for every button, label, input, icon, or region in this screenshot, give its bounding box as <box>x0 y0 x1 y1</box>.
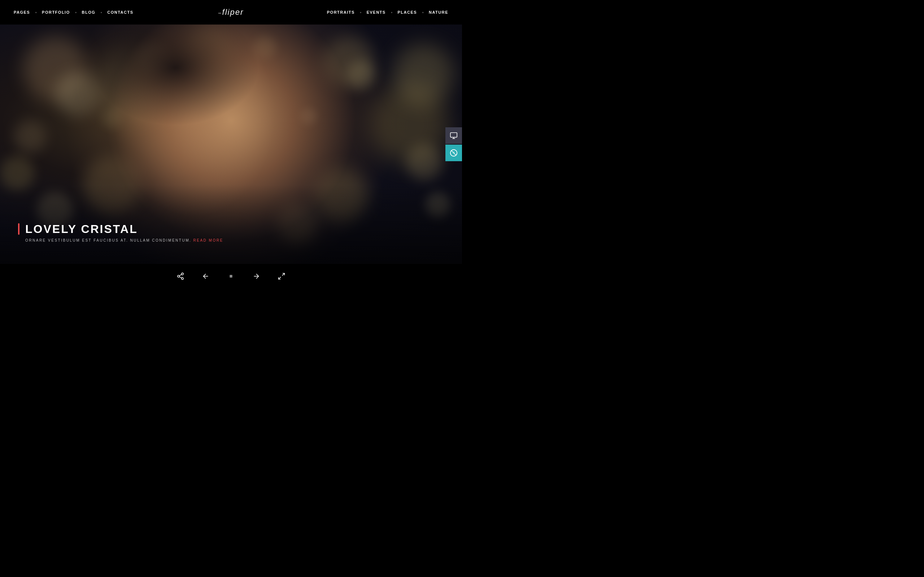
next-button[interactable] <box>250 270 262 282</box>
nav-nature[interactable]: NATURE <box>426 9 451 16</box>
svg-rect-15 <box>231 275 232 277</box>
nav-portraits[interactable]: PORTRAITS <box>324 9 358 16</box>
next-icon <box>252 272 260 280</box>
expand-button[interactable] <box>275 270 288 282</box>
nav-dot-5: ● <box>391 11 393 14</box>
logo-text: fliper <box>222 8 244 16</box>
nav-dot-3: ● <box>100 11 102 14</box>
nav-events[interactable]: EVENTS <box>364 9 389 16</box>
share-button[interactable] <box>174 270 187 282</box>
hero-text-block: LOVELY CRISTAL ORNARE VESTIBULUM EST FAU… <box>18 223 223 242</box>
nav-blog[interactable]: BLOG <box>79 9 99 16</box>
nav-dot-4: ● <box>360 11 362 14</box>
title-accent-bar <box>18 223 19 235</box>
hero-subtitle-text: ORNARE VESTIBULUM EST FAUCIBUS AT. NULLA… <box>25 239 191 242</box>
monitor-icon <box>450 132 458 140</box>
pause-button[interactable] <box>225 270 237 282</box>
nav-dot-6: ● <box>422 11 424 14</box>
pause-icon <box>227 272 235 280</box>
help-button[interactable] <box>446 145 462 161</box>
svg-line-10 <box>179 274 181 276</box>
svg-line-18 <box>279 277 281 279</box>
hero-title: LOVELY CRISTAL <box>25 223 138 235</box>
read-more-link[interactable]: READ MORE <box>194 239 223 242</box>
nav-dot-1: ● <box>35 11 37 14</box>
prev-button[interactable] <box>200 270 212 282</box>
side-buttons <box>446 127 462 161</box>
nav-dot-2: ● <box>75 11 77 14</box>
logo-dash: – <box>218 10 222 16</box>
nav-pages[interactable]: PAGES <box>11 9 33 16</box>
hero-subtitle: ORNARE VESTIBULUM EST FAUCIBUS AT. NULLA… <box>18 239 223 242</box>
svg-rect-14 <box>230 275 231 277</box>
help-icon <box>450 149 458 157</box>
svg-rect-0 <box>451 133 457 137</box>
hero-title-wrap: LOVELY CRISTAL <box>18 223 223 235</box>
nav-places[interactable]: PLACES <box>395 9 420 16</box>
logo[interactable]: –fliper <box>218 8 244 17</box>
nav-portfolio[interactable]: PORTFOLIO <box>39 9 73 16</box>
monitor-button[interactable] <box>446 127 462 144</box>
expand-icon <box>278 272 286 280</box>
nav-right: PORTRAITS ● EVENTS ● PLACES ● NATURE <box>324 9 451 16</box>
svg-point-8 <box>181 278 184 280</box>
nav-left: PAGES ● PORTFOLIO ● BLOG ● CONTACTS <box>11 9 136 16</box>
svg-point-7 <box>178 275 180 277</box>
svg-line-9 <box>179 277 181 278</box>
nav-contacts[interactable]: CONTACTS <box>104 9 136 16</box>
hero-section: LOVELY CRISTAL ORNARE VESTIBULUM EST FAU… <box>0 24 462 264</box>
svg-line-17 <box>282 273 284 276</box>
prev-icon <box>202 272 210 280</box>
share-icon <box>176 272 184 280</box>
navigation: PAGES ● PORTFOLIO ● BLOG ● CONTACTS –fli… <box>0 0 462 24</box>
bottom-controls <box>0 264 462 288</box>
svg-point-6 <box>181 273 184 275</box>
